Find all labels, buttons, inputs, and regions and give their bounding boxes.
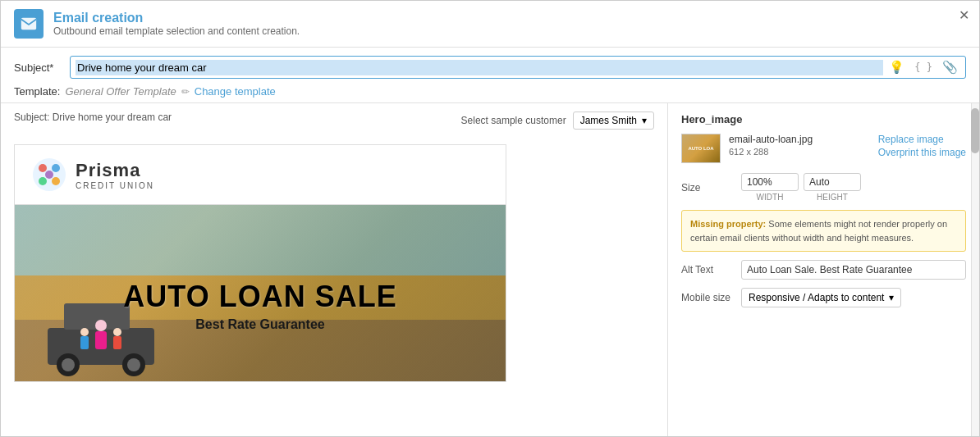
logo-text-block: Prisma CREDIT UNION bbox=[76, 160, 154, 190]
size-label: Size bbox=[681, 182, 735, 193]
subject-icons: 💡 { } 📎 bbox=[886, 59, 960, 75]
alt-text-row: Alt Text bbox=[681, 260, 966, 280]
hero-image-name: email-auto-loan.jpg bbox=[729, 134, 813, 145]
svg-point-10 bbox=[62, 358, 75, 371]
chevron-down-icon: ▾ bbox=[889, 292, 894, 303]
width-input[interactable] bbox=[741, 173, 799, 191]
size-inputs: WIDTH HEIGHT bbox=[741, 173, 861, 202]
chevron-down-icon: ▾ bbox=[642, 115, 647, 126]
dialog-header: Email creation Outbound email template s… bbox=[1, 1, 979, 48]
dialog-title: Email creation bbox=[53, 11, 300, 25]
prisma-logo-icon bbox=[31, 157, 67, 193]
logo-name: Prisma bbox=[76, 160, 154, 181]
change-template-link[interactable]: Change template bbox=[195, 85, 276, 98]
svg-point-13 bbox=[95, 320, 107, 331]
sample-customer-value: James Smith bbox=[580, 115, 637, 126]
panel-section-title: Hero_image bbox=[681, 113, 966, 125]
main-content: Subject: Drive home your dream car Selec… bbox=[1, 103, 979, 436]
width-input-group: WIDTH bbox=[741, 173, 799, 202]
email-hero: AUTO LOAN SALE Best Rate Guarantee bbox=[15, 205, 506, 381]
sample-customer-label: Select sample customer bbox=[461, 115, 566, 126]
form-section: Subject* 💡 { } 📎 Template: General Offer… bbox=[1, 48, 979, 103]
scrollbar[interactable] bbox=[971, 103, 979, 436]
warning-strong: Missing property: bbox=[690, 219, 766, 229]
sample-customer-select[interactable]: James Smith ▾ bbox=[573, 112, 654, 130]
mobile-size-row: Mobile size Responsive / Adapts to conte… bbox=[681, 288, 966, 307]
email-creation-dialog: Email creation Outbound email template s… bbox=[0, 0, 980, 437]
right-panel: Hero_image AUTO LOA email-auto-loan.jpg … bbox=[667, 103, 979, 436]
hero-subtitle: Best Rate Guarantee bbox=[123, 317, 396, 332]
width-label: WIDTH bbox=[757, 193, 784, 202]
overprint-image-link[interactable]: Overprint this image bbox=[878, 147, 966, 158]
svg-point-5 bbox=[52, 177, 60, 185]
size-row: Size WIDTH HEIGHT bbox=[681, 173, 966, 202]
template-name: General Offer Template bbox=[65, 85, 176, 98]
svg-point-12 bbox=[127, 358, 140, 371]
svg-point-17 bbox=[113, 328, 121, 336]
svg-rect-18 bbox=[113, 336, 121, 349]
hero-text-overlay: AUTO LOAN SALE Best Rate Guarantee bbox=[123, 255, 396, 332]
svg-point-3 bbox=[52, 164, 60, 172]
code-button[interactable]: { } bbox=[912, 61, 935, 74]
height-input[interactable] bbox=[804, 173, 861, 191]
close-button[interactable]: ✕ bbox=[959, 9, 969, 22]
dialog-title-block: Email creation Outbound email template s… bbox=[53, 11, 300, 37]
preview-subject-line: Subject: Drive home your dream car bbox=[14, 112, 172, 123]
alt-text-input[interactable] bbox=[741, 260, 966, 280]
svg-rect-16 bbox=[80, 336, 89, 349]
bulb-button[interactable]: 💡 bbox=[886, 59, 907, 75]
email-preview-area: Subject: Drive home your dream car Selec… bbox=[1, 103, 667, 436]
hero-image-info: email-auto-loan.jpg 612 x 288 bbox=[729, 134, 813, 157]
dialog-subtitle: Outbound email template selection and co… bbox=[53, 25, 300, 37]
template-row: Template: General Offer Template ✏ Chang… bbox=[14, 85, 966, 98]
hero-image-block: AUTO LOA email-auto-loan.jpg 612 x 288 R… bbox=[681, 134, 966, 163]
replace-image-link[interactable]: Replace image bbox=[878, 134, 966, 145]
sample-customer-row: Select sample customer James Smith ▾ bbox=[461, 112, 654, 130]
mobile-size-value: Responsive / Adapts to content bbox=[749, 292, 884, 303]
hero-image-actions: Replace image Overprint this image bbox=[878, 134, 966, 158]
mobile-size-select[interactable]: Responsive / Adapts to content ▾ bbox=[741, 288, 901, 307]
subject-input[interactable] bbox=[76, 60, 883, 75]
svg-point-4 bbox=[39, 177, 47, 185]
email-logo-section: Prisma CREDIT UNION bbox=[15, 145, 506, 205]
alt-text-label: Alt Text bbox=[681, 264, 735, 275]
svg-point-15 bbox=[80, 328, 89, 336]
preview-top-row: Subject: Drive home your dream car Selec… bbox=[14, 112, 654, 138]
logo-sub: CREDIT UNION bbox=[76, 181, 154, 190]
hero-thumbnail: AUTO LOA bbox=[681, 134, 721, 163]
attachment-button[interactable]: 📎 bbox=[940, 59, 960, 75]
mobile-size-label: Mobile size bbox=[681, 292, 735, 303]
dialog-icon bbox=[14, 9, 44, 39]
hero-image-size: 612 x 288 bbox=[729, 147, 813, 157]
email-card: Prisma CREDIT UNION bbox=[14, 144, 506, 382]
edit-pencil-icon: ✏ bbox=[181, 86, 190, 98]
height-input-group: HEIGHT bbox=[804, 173, 861, 202]
subject-input-wrapper: 💡 { } 📎 bbox=[70, 56, 966, 79]
subject-label: Subject* bbox=[14, 61, 63, 74]
scrollbar-thumb bbox=[971, 108, 979, 153]
warning-box: Missing property: Some elements might no… bbox=[681, 210, 966, 252]
height-label: HEIGHT bbox=[817, 193, 848, 202]
subject-row: Subject* 💡 { } 📎 bbox=[14, 56, 966, 79]
svg-rect-14 bbox=[95, 331, 107, 349]
hero-title: AUTO LOAN SALE bbox=[123, 280, 396, 314]
svg-point-2 bbox=[39, 164, 47, 172]
svg-point-6 bbox=[45, 171, 53, 179]
template-label: Template: bbox=[14, 85, 60, 98]
